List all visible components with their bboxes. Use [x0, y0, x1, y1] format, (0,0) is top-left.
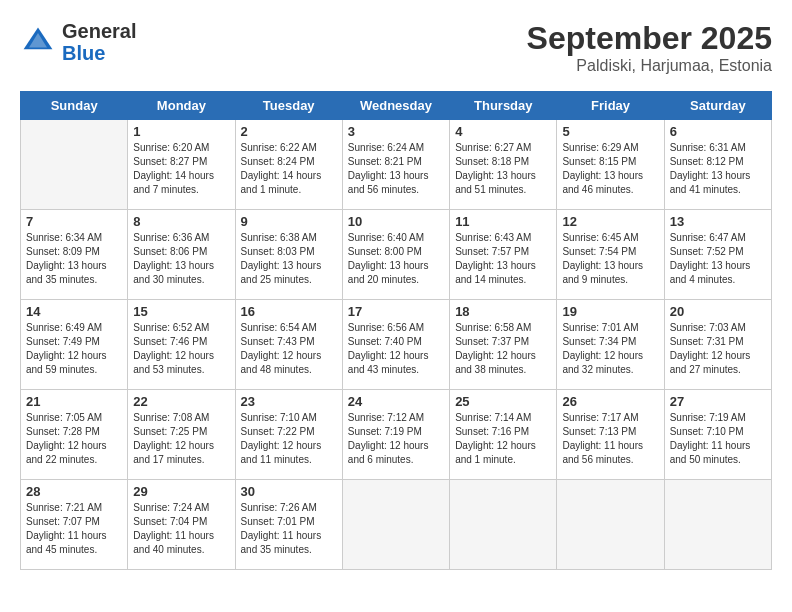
calendar-cell: 6Sunrise: 6:31 AMSunset: 8:12 PMDaylight…: [664, 120, 771, 210]
day-number: 5: [562, 124, 658, 139]
calendar-week-4: 21Sunrise: 7:05 AMSunset: 7:28 PMDayligh…: [21, 390, 772, 480]
calendar-cell: 29Sunrise: 7:24 AMSunset: 7:04 PMDayligh…: [128, 480, 235, 570]
day-number: 27: [670, 394, 766, 409]
day-info: Sunrise: 6:36 AMSunset: 8:06 PMDaylight:…: [133, 231, 229, 287]
calendar-cell: 12Sunrise: 6:45 AMSunset: 7:54 PMDayligh…: [557, 210, 664, 300]
calendar-cell: 27Sunrise: 7:19 AMSunset: 7:10 PMDayligh…: [664, 390, 771, 480]
day-info: Sunrise: 7:03 AMSunset: 7:31 PMDaylight:…: [670, 321, 766, 377]
day-info: Sunrise: 7:01 AMSunset: 7:34 PMDaylight:…: [562, 321, 658, 377]
day-number: 14: [26, 304, 122, 319]
calendar-cell: 10Sunrise: 6:40 AMSunset: 8:00 PMDayligh…: [342, 210, 449, 300]
weekday-header-monday: Monday: [128, 92, 235, 120]
subtitle: Paldiski, Harjumaa, Estonia: [527, 57, 772, 75]
day-number: 26: [562, 394, 658, 409]
day-info: Sunrise: 7:14 AMSunset: 7:16 PMDaylight:…: [455, 411, 551, 467]
day-number: 4: [455, 124, 551, 139]
day-number: 19: [562, 304, 658, 319]
calendar-cell: 25Sunrise: 7:14 AMSunset: 7:16 PMDayligh…: [450, 390, 557, 480]
calendar-cell: [664, 480, 771, 570]
day-info: Sunrise: 6:40 AMSunset: 8:00 PMDaylight:…: [348, 231, 444, 287]
calendar-cell: 28Sunrise: 7:21 AMSunset: 7:07 PMDayligh…: [21, 480, 128, 570]
calendar-cell: 24Sunrise: 7:12 AMSunset: 7:19 PMDayligh…: [342, 390, 449, 480]
day-number: 22: [133, 394, 229, 409]
day-number: 15: [133, 304, 229, 319]
title-block: September 2025 Paldiski, Harjumaa, Eston…: [527, 20, 772, 75]
day-number: 29: [133, 484, 229, 499]
day-info: Sunrise: 7:10 AMSunset: 7:22 PMDaylight:…: [241, 411, 337, 467]
day-number: 21: [26, 394, 122, 409]
day-info: Sunrise: 6:58 AMSunset: 7:37 PMDaylight:…: [455, 321, 551, 377]
day-info: Sunrise: 6:38 AMSunset: 8:03 PMDaylight:…: [241, 231, 337, 287]
calendar-cell: 13Sunrise: 6:47 AMSunset: 7:52 PMDayligh…: [664, 210, 771, 300]
calendar-cell: 19Sunrise: 7:01 AMSunset: 7:34 PMDayligh…: [557, 300, 664, 390]
day-number: 18: [455, 304, 551, 319]
calendar-cell: 16Sunrise: 6:54 AMSunset: 7:43 PMDayligh…: [235, 300, 342, 390]
calendar-cell: [342, 480, 449, 570]
day-info: Sunrise: 6:52 AMSunset: 7:46 PMDaylight:…: [133, 321, 229, 377]
calendar-cell: 1Sunrise: 6:20 AMSunset: 8:27 PMDaylight…: [128, 120, 235, 210]
calendar-cell: 5Sunrise: 6:29 AMSunset: 8:15 PMDaylight…: [557, 120, 664, 210]
day-number: 13: [670, 214, 766, 229]
calendar-cell: 18Sunrise: 6:58 AMSunset: 7:37 PMDayligh…: [450, 300, 557, 390]
day-info: Sunrise: 6:29 AMSunset: 8:15 PMDaylight:…: [562, 141, 658, 197]
day-info: Sunrise: 7:05 AMSunset: 7:28 PMDaylight:…: [26, 411, 122, 467]
day-info: Sunrise: 7:08 AMSunset: 7:25 PMDaylight:…: [133, 411, 229, 467]
day-info: Sunrise: 6:56 AMSunset: 7:40 PMDaylight:…: [348, 321, 444, 377]
day-number: 30: [241, 484, 337, 499]
calendar-cell: 3Sunrise: 6:24 AMSunset: 8:21 PMDaylight…: [342, 120, 449, 210]
day-info: Sunrise: 6:27 AMSunset: 8:18 PMDaylight:…: [455, 141, 551, 197]
weekday-header-saturday: Saturday: [664, 92, 771, 120]
day-info: Sunrise: 7:12 AMSunset: 7:19 PMDaylight:…: [348, 411, 444, 467]
day-number: 6: [670, 124, 766, 139]
day-number: 25: [455, 394, 551, 409]
weekday-header-tuesday: Tuesday: [235, 92, 342, 120]
calendar-cell: 21Sunrise: 7:05 AMSunset: 7:28 PMDayligh…: [21, 390, 128, 480]
day-number: 1: [133, 124, 229, 139]
calendar-cell: 30Sunrise: 7:26 AMSunset: 7:01 PMDayligh…: [235, 480, 342, 570]
calendar-cell: [450, 480, 557, 570]
calendar-table: SundayMondayTuesdayWednesdayThursdayFrid…: [20, 91, 772, 570]
day-number: 2: [241, 124, 337, 139]
day-info: Sunrise: 7:26 AMSunset: 7:01 PMDaylight:…: [241, 501, 337, 557]
calendar-cell: [21, 120, 128, 210]
day-number: 10: [348, 214, 444, 229]
logo-text: General Blue: [62, 20, 136, 64]
calendar-cell: [557, 480, 664, 570]
calendar-week-5: 28Sunrise: 7:21 AMSunset: 7:07 PMDayligh…: [21, 480, 772, 570]
weekday-header-thursday: Thursday: [450, 92, 557, 120]
calendar-cell: 2Sunrise: 6:22 AMSunset: 8:24 PMDaylight…: [235, 120, 342, 210]
day-number: 8: [133, 214, 229, 229]
day-info: Sunrise: 6:43 AMSunset: 7:57 PMDaylight:…: [455, 231, 551, 287]
day-number: 23: [241, 394, 337, 409]
day-number: 20: [670, 304, 766, 319]
logo: General Blue: [20, 20, 136, 64]
calendar-cell: 26Sunrise: 7:17 AMSunset: 7:13 PMDayligh…: [557, 390, 664, 480]
day-info: Sunrise: 7:17 AMSunset: 7:13 PMDaylight:…: [562, 411, 658, 467]
calendar-cell: 20Sunrise: 7:03 AMSunset: 7:31 PMDayligh…: [664, 300, 771, 390]
day-info: Sunrise: 6:31 AMSunset: 8:12 PMDaylight:…: [670, 141, 766, 197]
day-info: Sunrise: 7:19 AMSunset: 7:10 PMDaylight:…: [670, 411, 766, 467]
day-info: Sunrise: 6:24 AMSunset: 8:21 PMDaylight:…: [348, 141, 444, 197]
day-number: 9: [241, 214, 337, 229]
day-number: 3: [348, 124, 444, 139]
day-number: 28: [26, 484, 122, 499]
day-number: 16: [241, 304, 337, 319]
calendar-cell: 9Sunrise: 6:38 AMSunset: 8:03 PMDaylight…: [235, 210, 342, 300]
calendar-cell: 15Sunrise: 6:52 AMSunset: 7:46 PMDayligh…: [128, 300, 235, 390]
calendar-cell: 17Sunrise: 6:56 AMSunset: 7:40 PMDayligh…: [342, 300, 449, 390]
day-number: 7: [26, 214, 122, 229]
day-info: Sunrise: 7:24 AMSunset: 7:04 PMDaylight:…: [133, 501, 229, 557]
calendar-cell: 8Sunrise: 6:36 AMSunset: 8:06 PMDaylight…: [128, 210, 235, 300]
weekday-header-sunday: Sunday: [21, 92, 128, 120]
day-info: Sunrise: 7:21 AMSunset: 7:07 PMDaylight:…: [26, 501, 122, 557]
calendar-cell: 22Sunrise: 7:08 AMSunset: 7:25 PMDayligh…: [128, 390, 235, 480]
calendar-cell: 7Sunrise: 6:34 AMSunset: 8:09 PMDaylight…: [21, 210, 128, 300]
calendar-cell: 4Sunrise: 6:27 AMSunset: 8:18 PMDaylight…: [450, 120, 557, 210]
day-number: 24: [348, 394, 444, 409]
day-info: Sunrise: 6:34 AMSunset: 8:09 PMDaylight:…: [26, 231, 122, 287]
logo-icon: [20, 24, 56, 60]
calendar-cell: 23Sunrise: 7:10 AMSunset: 7:22 PMDayligh…: [235, 390, 342, 480]
day-info: Sunrise: 6:45 AMSunset: 7:54 PMDaylight:…: [562, 231, 658, 287]
day-number: 11: [455, 214, 551, 229]
calendar-week-1: 1Sunrise: 6:20 AMSunset: 8:27 PMDaylight…: [21, 120, 772, 210]
